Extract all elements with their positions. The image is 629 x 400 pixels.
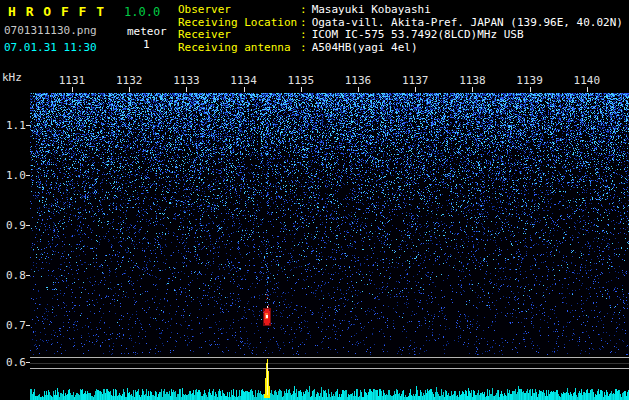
time-label: 1139 <box>516 74 543 87</box>
time-label: 1135 <box>288 74 315 87</box>
time-tick <box>530 87 531 92</box>
freq-label: 0.9 <box>6 219 26 232</box>
time-label: 1132 <box>116 74 143 87</box>
time-tick <box>587 87 588 92</box>
hrofft-window: H R O F F T 1.0.0 0701311130.png meteor … <box>0 0 629 400</box>
time-label: 1133 <box>173 74 200 87</box>
time-label: 1138 <box>459 74 486 87</box>
time-tick <box>72 87 73 92</box>
time-tick <box>415 87 416 92</box>
freq-unit-label: kHz <box>2 71 22 84</box>
signal-level-canvas <box>30 355 629 400</box>
freq-label: 1.0 <box>6 169 26 182</box>
time-tick <box>186 87 187 92</box>
time-tick <box>129 87 130 92</box>
time-label: 1140 <box>574 74 601 87</box>
freq-label: 0.8 <box>6 269 26 282</box>
time-tick <box>301 87 302 92</box>
time-label: 1131 <box>59 74 86 87</box>
time-label: 1134 <box>230 74 257 87</box>
time-tick <box>244 87 245 92</box>
time-tick <box>472 87 473 92</box>
freq-label: 1.1 <box>6 119 26 132</box>
freq-label: 0.6 <box>6 356 26 369</box>
time-label: 1136 <box>345 74 372 87</box>
spectrogram-canvas <box>30 93 629 355</box>
spectrogram-plot: kHz 113111321133113411351136113711381139… <box>0 0 629 400</box>
freq-label: 0.7 <box>6 319 26 332</box>
time-tick <box>358 87 359 92</box>
time-label: 1137 <box>402 74 429 87</box>
